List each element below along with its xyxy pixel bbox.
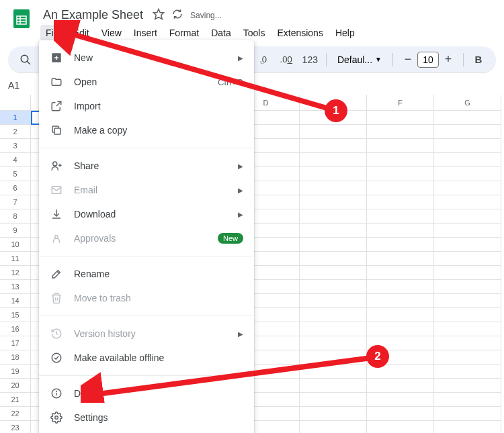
cell[interactable] [367,167,434,181]
menu-item-details[interactable]: Details [39,381,254,405]
cell[interactable] [434,139,501,153]
row-header[interactable]: 19 [0,365,31,379]
cell[interactable] [367,308,434,322]
row-header[interactable]: 22 [0,407,31,421]
cell[interactable] [434,322,501,336]
row-header[interactable]: 12 [0,266,31,280]
cell[interactable] [367,350,434,365]
cell[interactable] [434,238,501,252]
sheets-logo[interactable] [8,5,35,32]
cell[interactable] [300,379,367,393]
cell[interactable] [367,336,434,350]
menubar-item-file[interactable]: File [40,25,67,41]
row-header[interactable]: 7 [0,195,31,209]
cell[interactable] [367,407,434,421]
cell[interactable] [300,393,367,407]
cell[interactable] [367,181,434,195]
row-header[interactable]: 8 [0,209,31,224]
increase-font-size-button[interactable]: + [439,50,458,69]
number-format-button[interactable]: 123 [300,54,321,65]
cell[interactable] [434,153,501,167]
cell[interactable] [300,167,367,181]
row-header[interactable]: 23 [0,421,31,433]
cell[interactable] [434,280,501,294]
cell[interactable] [300,280,367,294]
cell[interactable] [434,167,501,181]
menubar-item-extensions[interactable]: Extensions [271,25,328,41]
cell[interactable] [300,336,367,350]
cell[interactable] [434,407,501,421]
row-header[interactable]: 20 [0,379,31,393]
menu-item-settings[interactable]: Settings [39,405,254,430]
cell[interactable] [300,421,367,433]
cell[interactable] [367,266,434,280]
row-header[interactable]: 6 [0,181,31,195]
cell[interactable] [367,252,434,266]
cell[interactable] [300,322,367,336]
cell[interactable] [434,421,501,433]
cell[interactable] [367,209,434,224]
menu-item-import[interactable]: Import [39,94,254,118]
star-icon[interactable] [153,8,165,23]
row-header[interactable]: 10 [0,238,31,252]
cell[interactable] [434,393,501,407]
cell[interactable] [300,139,367,153]
row-header[interactable]: 15 [0,308,31,322]
row-header[interactable]: 18 [0,350,31,365]
row-header[interactable]: 1 [0,111,31,125]
increase-decimal-button[interactable]: .00→ [277,50,296,69]
row-header[interactable]: 21 [0,393,31,407]
cell[interactable] [367,224,434,238]
menubar-item-help[interactable]: Help [330,25,360,41]
font-size-input[interactable] [417,52,439,68]
sync-icon[interactable] [171,8,183,23]
menu-item-make-a-copy[interactable]: Make a copy [39,118,254,142]
row-header[interactable]: 4 [0,153,31,167]
cell[interactable] [367,365,434,379]
cell[interactable] [300,209,367,224]
cell[interactable] [300,181,367,195]
menu-item-download[interactable]: Download▶ [39,202,254,226]
cell[interactable] [300,308,367,322]
column-header[interactable]: F [367,95,434,111]
row-header[interactable]: 14 [0,294,31,308]
cell[interactable] [367,280,434,294]
select-all-corner[interactable] [0,95,31,111]
cell[interactable] [300,350,367,365]
column-header[interactable]: G [434,95,501,111]
cell[interactable] [300,252,367,266]
cell[interactable] [367,322,434,336]
cell[interactable] [300,111,367,125]
menubar-item-tools[interactable]: Tools [238,25,271,41]
menubar-item-data[interactable]: Data [206,25,237,41]
row-header[interactable]: 9 [0,224,31,238]
cell[interactable] [300,407,367,421]
document-title[interactable]: An Example Sheet [40,7,146,23]
row-header[interactable]: 2 [0,125,31,139]
cell[interactable] [434,181,501,195]
menu-item-rename[interactable]: Rename [39,262,254,286]
cell[interactable] [434,224,501,238]
cell[interactable] [367,238,434,252]
cell[interactable] [300,224,367,238]
cell[interactable] [300,294,367,308]
menu-item-new[interactable]: New▶ [39,46,254,70]
row-header[interactable]: 13 [0,280,31,294]
cell[interactable] [434,111,501,125]
cell[interactable] [434,308,501,322]
row-header[interactable]: 5 [0,167,31,181]
cell[interactable] [434,209,501,224]
menubar-item-view[interactable]: View [96,25,127,41]
cell[interactable] [367,421,434,433]
cell[interactable] [300,125,367,139]
column-header[interactable]: E [300,95,367,111]
menu-item-make-available-offline[interactable]: Make available offline [39,346,254,370]
menu-item-share[interactable]: Share▶ [39,154,254,178]
cell[interactable] [300,195,367,209]
cell[interactable] [434,266,501,280]
row-header[interactable]: 16 [0,322,31,336]
search-menus-icon[interactable] [16,50,35,69]
cell[interactable] [367,393,434,407]
cell[interactable] [367,195,434,209]
font-family-select[interactable]: Defaul... ▼ [332,54,387,65]
